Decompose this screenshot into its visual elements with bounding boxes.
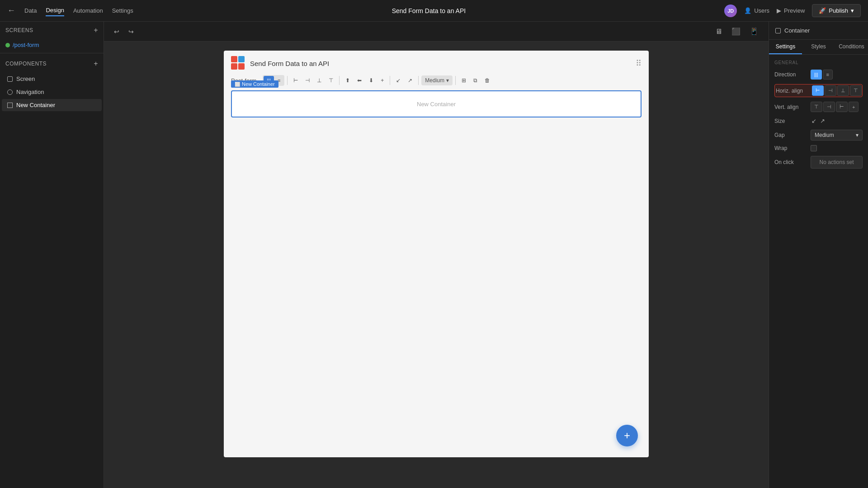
on-click-row: On click No actions set xyxy=(774,156,863,169)
canvas-content: Send Form Data to an API ⠿ Post-form |||… xyxy=(104,42,769,488)
avatar: JD xyxy=(724,5,737,17)
align-left-btn[interactable]: ⊢ xyxy=(290,75,301,85)
page-title: Send Form Data to an API xyxy=(142,7,715,14)
main-layout: Screens + /post-form Components + Screen… xyxy=(0,22,868,488)
direction-vertical-btn[interactable]: ||| xyxy=(811,70,822,80)
align-center-btn[interactable]: ⊣ xyxy=(302,75,313,85)
users-button[interactable]: 👤 Users xyxy=(744,7,769,14)
divider xyxy=(0,53,104,53)
container-icon xyxy=(7,103,13,108)
screens-add-button[interactable]: + xyxy=(94,26,98,34)
align-spread-btn[interactable]: ⊤ xyxy=(326,75,336,85)
align-right-btn[interactable]: ⊥ xyxy=(314,75,325,85)
screen-item-post-form[interactable]: /post-form xyxy=(0,39,104,51)
horiz-align-center-btn[interactable]: ⊣ xyxy=(825,85,836,96)
gap-dropdown[interactable]: Post-form Medium ▾ xyxy=(421,75,453,85)
canvas-toolbar: ↩ ↪ 🖥 ⬛ 📱 xyxy=(104,22,769,42)
size-row: Size ↙ ↗ xyxy=(774,117,863,125)
valign-bottom-btn[interactable]: ⬇ xyxy=(366,75,377,85)
valign-spread-btn[interactable]: + xyxy=(377,75,387,85)
on-click-label: On click xyxy=(774,159,811,165)
sidebar-item-navigation[interactable]: Navigation xyxy=(2,86,102,98)
copy-btn[interactable]: ⧉ xyxy=(470,75,481,85)
grid-view-btn[interactable]: ⊞ xyxy=(458,75,469,85)
tab-settings[interactable]: Settings xyxy=(769,40,802,54)
size-shrink-btn[interactable]: ↙ xyxy=(393,75,404,85)
direction-control: ||| ≡ xyxy=(811,70,863,80)
valign-center-btn[interactable]: ⬅ xyxy=(354,75,365,85)
horiz-align-control: ⊢ ⊣ ⊥ ⊤ xyxy=(812,85,862,96)
wrap-label: Wrap xyxy=(774,145,811,151)
navigation-icon xyxy=(7,89,13,95)
sidebar-item-new-container[interactable]: New Container xyxy=(2,99,102,111)
top-nav: ← Data Design Automation Settings Send F… xyxy=(0,0,868,22)
horiz-align-left-btn[interactable]: ⊢ xyxy=(812,85,824,96)
tab-conditions[interactable]: Conditions xyxy=(835,40,868,54)
horiz-align-label: Horiz. align xyxy=(776,88,812,94)
new-container[interactable]: New Container xyxy=(231,90,642,117)
nav-left: ← Data Design Automation Settings xyxy=(7,5,133,16)
valign-top-btn[interactable]: ⬆ xyxy=(342,75,353,85)
direction-horizontal-btn[interactable]: ≡ xyxy=(823,70,833,80)
canvas-add-button[interactable]: + xyxy=(616,425,638,446)
horiz-align-row: Horiz. align ⊢ ⊣ ⊥ ⊤ xyxy=(774,84,863,97)
publish-button[interactable]: 🚀 Publish ▾ xyxy=(812,4,861,17)
vert-align-bottom-btn[interactable]: ⊢ xyxy=(836,102,848,112)
canvas-page: Send Form Data to an API ⠿ Post-form |||… xyxy=(224,51,649,457)
size-label: Size xyxy=(774,118,811,124)
container-label: ⬜ New Container xyxy=(231,80,278,88)
gap-dropdown-btn[interactable]: Medium ▾ xyxy=(811,130,863,141)
no-actions-label[interactable]: No actions set xyxy=(811,156,863,169)
back-button[interactable]: ← xyxy=(7,6,15,15)
nav-tab-design[interactable]: Design xyxy=(46,5,64,16)
direction-label: Direction xyxy=(774,71,811,78)
vert-align-control: ⊤ ⊣ ⊢ + xyxy=(811,102,863,112)
gap-label: Gap xyxy=(774,132,811,138)
settings-panel: GENERAL Direction ||| ≡ Horiz. align ⊢ ⊣… xyxy=(769,55,868,488)
size-expand-btn[interactable]: ↗ xyxy=(819,117,826,125)
general-section-title: GENERAL xyxy=(774,60,863,65)
container-panel-header: Container xyxy=(769,22,868,40)
desktop-view-button[interactable]: 🖥 xyxy=(712,26,725,38)
vert-align-row: Vert. align ⊤ ⊣ ⊢ + xyxy=(774,102,863,112)
delete-btn[interactable]: 🗑 xyxy=(481,75,493,85)
size-shrink-btn[interactable]: ↙ xyxy=(811,117,817,125)
page-grid-icon[interactable]: ⠿ xyxy=(636,58,642,68)
vert-align-top-btn[interactable]: ⊤ xyxy=(811,102,822,112)
nav-tab-settings[interactable]: Settings xyxy=(112,5,133,16)
page-header: Send Form Data to an API ⠿ xyxy=(224,51,649,70)
tab-styles[interactable]: Styles xyxy=(802,40,835,54)
canvas-area: ↩ ↪ 🖥 ⬛ 📱 xyxy=(104,22,769,488)
horiz-align-right-btn[interactable]: ⊥ xyxy=(837,85,849,96)
vert-align-label: Vert. align xyxy=(774,104,811,110)
nav-tab-data[interactable]: Data xyxy=(24,5,37,16)
gap-row: Gap Medium ▾ xyxy=(774,130,863,141)
page-toolbar: Post-form ||| ≡ ⊢ ⊣ ⊥ ⊤ ⬆ ⬅ xyxy=(224,70,649,90)
left-sidebar: Screens + /post-form Components + Screen… xyxy=(0,22,104,488)
tablet-view-button[interactable]: ⬛ xyxy=(729,25,743,38)
wrap-checkbox[interactable] xyxy=(811,145,817,151)
mobile-view-button[interactable]: 📱 xyxy=(747,25,761,38)
components-add-button[interactable]: + xyxy=(94,60,98,68)
form-title: Send Form Data to an API xyxy=(250,60,329,67)
size-control: ↙ ↗ xyxy=(811,117,826,125)
nav-tab-automation[interactable]: Automation xyxy=(73,5,103,16)
screen-icon xyxy=(7,76,13,82)
app-logo xyxy=(231,56,245,70)
undo-button[interactable]: ↩ xyxy=(111,26,122,37)
horiz-align-spread-btn[interactable]: ⊤ xyxy=(850,85,862,96)
container-placeholder: New Container xyxy=(417,101,456,108)
size-expand-btn[interactable]: ↗ xyxy=(405,75,415,85)
redo-button[interactable]: ↪ xyxy=(126,26,137,37)
preview-button[interactable]: ▶ Preview xyxy=(777,7,805,14)
components-header: Components + xyxy=(0,55,104,72)
screens-header: Screens + xyxy=(0,22,104,39)
vert-align-spread-btn[interactable]: + xyxy=(849,102,859,112)
vert-align-center-btn[interactable]: ⊣ xyxy=(823,102,835,112)
screen-dot xyxy=(5,43,10,47)
direction-row: Direction ||| ≡ xyxy=(774,70,863,80)
wrap-row: Wrap xyxy=(774,145,863,151)
sidebar-item-screen[interactable]: Screen xyxy=(2,73,102,85)
right-sidebar-tabs: Settings Styles Conditions xyxy=(769,40,868,55)
right-sidebar: Container Settings Styles Conditions GEN… xyxy=(769,22,868,488)
